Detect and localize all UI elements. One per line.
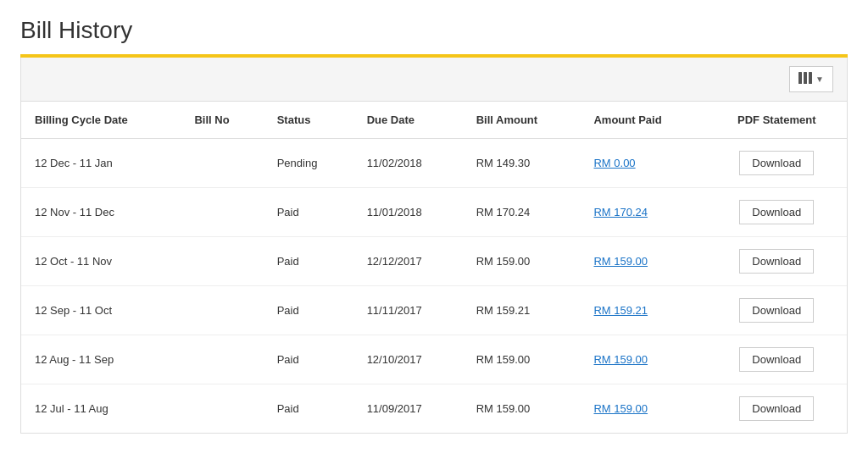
table-header-row: Billing Cycle DateBill NoStatusDue DateB…: [21, 102, 847, 139]
cell-bill_amount: RM 159.00: [463, 384, 581, 434]
cell-due_date: 11/09/2017: [353, 384, 463, 434]
cell-bill_amount: RM 159.21: [463, 286, 581, 335]
cell-due_date: 12/12/2017: [353, 237, 463, 286]
col-header-pdf_statement: PDF Statement: [707, 102, 847, 139]
cell-status: Paid: [264, 286, 353, 335]
col-header-due_date: Due Date: [353, 102, 463, 139]
svg-rect-2: [809, 72, 812, 84]
cell-status: Paid: [264, 237, 353, 286]
cell-bill_amount: RM 159.00: [463, 335, 581, 384]
bill-history-card: ​ ▼ Billing Cycle DateBill NoStatusDue D…: [20, 58, 848, 434]
cell-amount_paid: RM 159.21: [580, 286, 706, 335]
table-row: 12 Oct - 11 NovPaid12/12/2017RM 159.00RM…: [21, 237, 847, 286]
table-header: Billing Cycle DateBill NoStatusDue DateB…: [21, 102, 847, 139]
col-header-amount_paid: Amount Paid: [580, 102, 706, 139]
table-row: 12 Nov - 11 DecPaid11/01/2018RM 170.24RM…: [21, 188, 847, 237]
cell-pdf-statement: Download: [707, 139, 847, 188]
table-row: 12 Dec - 11 JanPending11/02/2018RM 149.3…: [21, 139, 847, 188]
cell-bill_no: [181, 237, 263, 286]
page-title: Bill History: [20, 17, 848, 44]
cell-bill_no: [181, 335, 263, 384]
cell-pdf-statement: Download: [707, 384, 847, 434]
amount-paid-link[interactable]: RM 0.00: [593, 157, 635, 169]
cell-billing_cycle: 12 Jul - 11 Aug: [21, 384, 181, 434]
download-button[interactable]: Download: [739, 151, 814, 175]
cell-amount_paid: RM 159.00: [580, 335, 706, 384]
table-row: 12 Jul - 11 AugPaid11/09/2017RM 159.00RM…: [21, 384, 847, 434]
col-header-bill_amount: Bill Amount: [463, 102, 581, 139]
cell-amount_paid: RM 0.00: [580, 139, 706, 188]
download-button[interactable]: Download: [739, 396, 814, 421]
cell-billing_cycle: 12 Dec - 11 Jan: [21, 139, 181, 188]
cell-due_date: 11/01/2018: [353, 188, 463, 237]
cell-pdf-statement: Download: [707, 335, 847, 384]
cell-bill_amount: RM 149.30: [463, 139, 581, 188]
amount-paid-link[interactable]: RM 170.24: [593, 206, 648, 218]
cell-status: Paid: [264, 384, 353, 434]
card-toolbar: ​ ▼: [21, 58, 847, 102]
bill-history-table: Billing Cycle DateBill NoStatusDue DateB…: [21, 102, 847, 433]
amount-paid-link[interactable]: RM 159.00: [593, 402, 648, 415]
col-header-billing_cycle: Billing Cycle Date: [21, 102, 181, 139]
cell-bill_no: [181, 188, 263, 237]
cell-billing_cycle: 12 Oct - 11 Nov: [21, 237, 181, 286]
col-header-bill_no: Bill No: [181, 102, 263, 139]
amount-paid-link[interactable]: RM 159.00: [593, 353, 648, 366]
cell-due_date: 11/11/2017: [353, 286, 463, 335]
cell-status: Paid: [264, 335, 353, 384]
cell-bill_no: [181, 139, 263, 188]
cell-pdf-statement: Download: [707, 188, 847, 237]
col-header-status: Status: [264, 102, 353, 139]
cell-billing_cycle: 12 Nov - 11 Dec: [21, 188, 181, 237]
cell-status: Pending: [264, 139, 353, 188]
cell-amount_paid: RM 159.00: [580, 384, 706, 434]
cell-amount_paid: RM 170.24: [580, 188, 706, 237]
cell-status: Paid: [264, 188, 353, 237]
cell-pdf-statement: Download: [707, 237, 847, 286]
cell-due_date: 12/10/2017: [353, 335, 463, 384]
svg-rect-0: [798, 72, 802, 84]
table-body: 12 Dec - 11 JanPending11/02/2018RM 149.3…: [21, 139, 847, 434]
download-button[interactable]: Download: [739, 249, 814, 274]
columns-icon: ​: [798, 72, 812, 86]
cell-bill_amount: RM 159.00: [463, 237, 581, 286]
svg-rect-1: [804, 72, 807, 84]
cell-due_date: 11/02/2018: [353, 139, 463, 188]
chevron-down-icon: ▼: [815, 75, 824, 84]
cell-billing_cycle: 12 Aug - 11 Sep: [21, 335, 181, 384]
download-button[interactable]: Download: [739, 298, 814, 323]
cell-amount_paid: RM 159.00: [580, 237, 706, 286]
page-container: Bill History ​ ▼ Billing Cycle DateBill …: [0, 0, 868, 451]
amount-paid-link[interactable]: RM 159.00: [593, 255, 648, 268]
table-row: 12 Aug - 11 SepPaid12/10/2017RM 159.00RM…: [21, 335, 847, 384]
cell-bill_no: [181, 384, 263, 434]
table-row: 12 Sep - 11 OctPaid11/11/2017RM 159.21RM…: [21, 286, 847, 335]
download-button[interactable]: Download: [739, 200, 814, 224]
cell-bill_amount: RM 170.24: [463, 188, 581, 237]
cell-billing_cycle: 12 Sep - 11 Oct: [21, 286, 181, 335]
cell-pdf-statement: Download: [707, 286, 847, 335]
cell-bill_no: [181, 286, 263, 335]
columns-toggle-button[interactable]: ​ ▼: [789, 66, 833, 92]
amount-paid-link[interactable]: RM 159.21: [593, 304, 648, 317]
download-button[interactable]: Download: [739, 347, 814, 372]
